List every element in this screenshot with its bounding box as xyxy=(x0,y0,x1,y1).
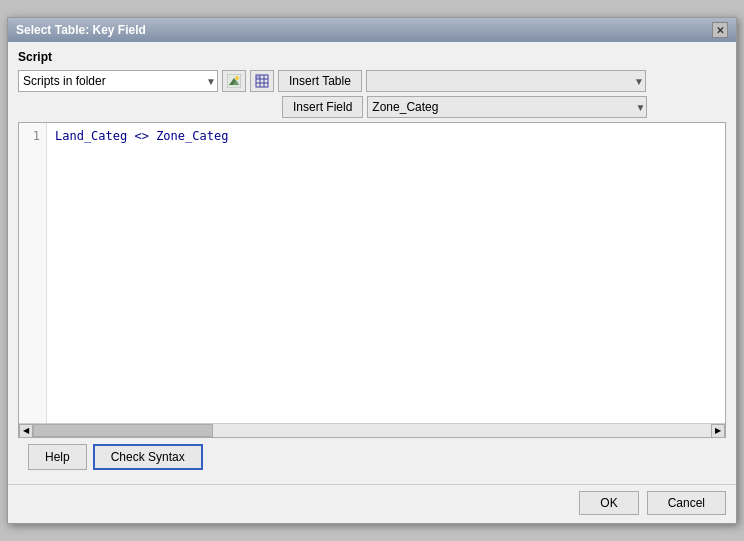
dialog-footer: OK Cancel xyxy=(8,484,736,523)
dialog-content: Script Scripts in folder ▼ xyxy=(8,42,736,484)
help-button[interactable]: Help xyxy=(28,444,87,470)
mountain-icon xyxy=(227,74,241,88)
title-bar: Select Table: Key Field ✕ xyxy=(8,18,736,42)
scroll-left-button[interactable]: ◀ xyxy=(19,424,33,438)
insert-field-button[interactable]: Insert Field xyxy=(282,96,363,118)
field-dropdown[interactable]: Zone_Categ xyxy=(367,96,647,118)
cancel-button[interactable]: Cancel xyxy=(647,491,726,515)
check-syntax-button[interactable]: Check Syntax xyxy=(93,444,203,470)
image-icon-button[interactable] xyxy=(222,70,246,92)
dialog-window: Select Table: Key Field ✕ Script Scripts… xyxy=(7,17,737,524)
script-editor-container: 1 Land_Categ <> Zone_Categ ◀ ▶ xyxy=(18,122,726,438)
close-button[interactable]: ✕ xyxy=(712,22,728,38)
toolbar-row-1: Scripts in folder ▼ xyxy=(18,70,726,92)
line-numbers: 1 xyxy=(19,123,47,423)
toolbar-row-2: Insert Field Zone_Categ ▼ xyxy=(18,96,726,118)
svg-rect-9 xyxy=(256,75,260,79)
horizontal-scrollbar[interactable]: ◀ ▶ xyxy=(19,423,725,437)
field-dropdown-wrapper: Zone_Categ ▼ xyxy=(367,96,647,118)
section-label: Script xyxy=(18,50,726,64)
ok-button[interactable]: OK xyxy=(579,491,638,515)
bottom-buttons: Help Check Syntax xyxy=(18,438,726,476)
line-number-1: 1 xyxy=(23,127,40,145)
table-dropdown[interactable] xyxy=(366,70,646,92)
code-content[interactable]: Land_Categ <> Zone_Categ xyxy=(47,123,725,423)
table-icon xyxy=(255,74,269,88)
title-bar-text: Select Table: Key Field xyxy=(16,23,146,37)
scroll-track[interactable] xyxy=(33,424,711,437)
scripts-dropdown-wrapper: Scripts in folder ▼ xyxy=(18,70,218,92)
insert-table-button[interactable]: Insert Table xyxy=(278,70,362,92)
editor-area: 1 Land_Categ <> Zone_Categ xyxy=(19,123,725,423)
scripts-dropdown[interactable]: Scripts in folder xyxy=(18,70,218,92)
scroll-thumb[interactable] xyxy=(33,424,213,437)
table-dropdown-wrapper: ▼ xyxy=(366,70,646,92)
svg-point-3 xyxy=(235,76,239,80)
grid-icon-button[interactable] xyxy=(250,70,274,92)
scroll-right-button[interactable]: ▶ xyxy=(711,424,725,438)
